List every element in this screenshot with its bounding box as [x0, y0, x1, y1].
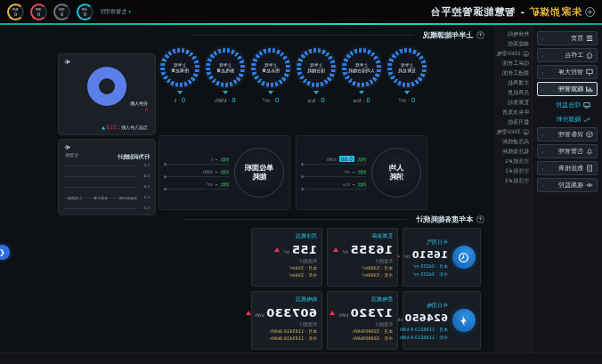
monitor-icon [586, 69, 593, 76]
plus-icon: + [476, 215, 484, 223]
bell-icon [586, 148, 593, 155]
tree-item[interactable]: 提升系统 [496, 117, 529, 127]
tree-item[interactable]: 主通风机 [496, 78, 529, 88]
stat-cards-grid: 今日用气 16510m³ 本月 : 34255 m³ 今年 : 34255 m³… [251, 228, 481, 350]
stat-card-generation[interactable]: 发电概况 17320kWh 年度统计 本月 : 329800kWh 今年 : 3… [327, 291, 398, 350]
tree-item[interactable]: 空压机#2 [496, 166, 529, 176]
metric-row: 同比-t [165, 156, 229, 165]
screen-icon [583, 101, 590, 109]
chevron-down-icon [268, 91, 273, 94]
bolt-icon [452, 309, 476, 332]
ring-gauge-ring: 上半年用煤总量 [160, 48, 199, 87]
alarm-gauge-label: 报警 [36, 7, 42, 12]
clock-icon [452, 246, 476, 269]
card-year-row: 今年 : 5389m³ [332, 272, 393, 278]
sidebar-item-energy-active[interactable]: 能源管理› [537, 82, 598, 96]
alarm-gauge-label: 消警 [82, 7, 88, 12]
alarm-gauge-value: 0 [37, 12, 40, 17]
alarm-gauge-warning[interactable]: 预警 0 [7, 4, 24, 20]
sidebar-item-alarms[interactable]: 告警管理› [537, 144, 598, 158]
speaker-icon[interactable] [63, 58, 71, 68]
x-axis-labels: 未戴安全帽 未穿工装 人员离岗 [68, 196, 137, 200]
tree-item[interactable]: 掘进工作面 [496, 69, 529, 78]
plus-icon: + [476, 31, 484, 39]
ring-gauge[interactable]: 上半年综合能耗 0 · tce [296, 48, 337, 104]
tree-item[interactable]: 瓦斯泵站 [496, 98, 529, 108]
sidebar-subitem-monitoring[interactable]: 综合监控 [537, 99, 590, 110]
ring-gauge[interactable]: 上半年人均综合能耗 0 · tce [341, 48, 382, 104]
chevron-down-icon [359, 91, 364, 94]
mirrored-stage: + 朱家峁煤矿 - 智慧能源管控平台 • 告警管理区 消警 0 故障 0 报警 … [0, 0, 602, 364]
ring-gauge-ring: 上半年瓦斯总耗 [387, 48, 427, 87]
up-arrow-icon [274, 247, 280, 252]
ring-gauge-ring: 上半年综合能耗 [297, 48, 336, 87]
stat-card-purchased-power[interactable]: 购电概况 607330kWh 年度统计 本月 : 1185418.9kWh 今年… [251, 291, 322, 350]
chevron-down-icon [177, 91, 183, 94]
tree-item[interactable]: 压风机房 [496, 88, 529, 98]
card-header: 今日用气 [408, 239, 448, 247]
ring-gauge[interactable]: 上半年瓦斯总耗 0 · m³ [386, 48, 427, 104]
ring-gauge[interactable]: 上半年购电总量 0 · kWh [205, 48, 246, 104]
right-panel-column: 在井人数 0 当前入井人数 : 213 ▲ 行为识别统计 告警数 1.0 [58, 53, 156, 215]
menu-icon [586, 35, 593, 42]
plus-icon[interactable]: + [585, 7, 595, 17]
stat-card-electricity-today[interactable]: 今日用电 624650kWh 本月 : 1188213.9 kWh 今年 : 1… [403, 291, 481, 350]
tree-item[interactable]: 空压机#3 [496, 176, 529, 186]
wave-icon [583, 116, 590, 123]
sidebar-subitem-analysis[interactable]: 能源分析 [537, 113, 590, 125]
up-arrow-icon [329, 311, 335, 315]
tree-item[interactable]: 中央水泵房 [496, 108, 529, 117]
tree-item[interactable]: 综采工作面 [496, 59, 529, 69]
up-arrow-icon [246, 311, 251, 315]
alarm-gauge-value: 0 [84, 12, 86, 17]
ring-gauge-ring: 上半年人均综合能耗 [342, 48, 381, 87]
eye-icon [586, 182, 593, 189]
personnel-donut-chart [87, 67, 126, 106]
sidebar-item-bigscreen[interactable]: 管控大屏› [537, 65, 598, 79]
chevron-down-icon [223, 91, 228, 94]
per-capita-panel: 人均消耗 同比0.00kWh 同比-m³ 同比-tce [296, 135, 427, 210]
chart-icon [586, 85, 593, 93]
tree-item[interactable]: 低压馈线柜 [496, 147, 529, 157]
metric-row: 同比-m³ [302, 168, 366, 177]
card-year-row: 今年 : 329800kWh [332, 336, 393, 341]
stat-card-gas-extraction[interactable]: 瓦斯抽采 16355m³ 年度统计 本月 : 5389m³ 今年 : 5389m… [327, 228, 398, 287]
chevron-down-icon [313, 91, 319, 94]
divider [184, 219, 407, 220]
doc-icon [586, 165, 593, 172]
alarm-gauge-cleared[interactable]: 消警 0 [77, 4, 94, 20]
stat-card-water[interactable]: 用水概况 155m³ 年度统计 本月 : 334m³ 今年 : 334m³ [251, 228, 322, 287]
expand-icon[interactable]: + [523, 129, 529, 135]
expand-icon[interactable]: + [523, 51, 529, 57]
alarm-gauge-fault[interactable]: 故障 0 [53, 4, 70, 20]
stat-card-gas-today[interactable]: 今日用气 16510m³ 本月 : 34255 m³ 今年 : 34255 m³ [403, 228, 481, 287]
behavior-bar-chart: 1.0 0.8 0.6 0.4 0.2 未戴安全帽 未穿工装 人员离岗 [64, 161, 150, 202]
alarm-gauge-alarm[interactable]: 报警 0 [30, 4, 47, 20]
tree-item[interactable]: 高压进线柜 [496, 137, 529, 147]
tree-item[interactable]: +10kV变电所 [496, 49, 529, 59]
ring-gauge[interactable]: 上半年用水总量 0 · m³ [250, 48, 291, 104]
sidebar-item-video[interactable]: 视频监控› [537, 178, 598, 192]
sidebar-item-home[interactable]: 首页› [537, 31, 598, 45]
up-arrow-icon [333, 247, 338, 252]
tree-item[interactable]: 空压机#1 [496, 157, 529, 166]
sidebar-item-label: 工作台 [565, 51, 583, 60]
ring-gauge-ring: 上半年用水总量 [251, 48, 290, 87]
sidebar-item-reports[interactable]: 数据报表› [537, 161, 598, 175]
tree-item[interactable]: 储能系统 [496, 39, 529, 49]
dashboard-screenshot: + 朱家峁煤矿 - 智慧能源管控平台 • 告警管理区 消警 0 故障 0 报警 … [0, 0, 602, 364]
card-sublabel: 年度统计 [332, 321, 393, 327]
sidebar-item-devices[interactable]: 设备管理› [537, 127, 598, 142]
card-sublabel: 年度统计 [332, 258, 393, 263]
card-header: 瓦斯抽采 [332, 232, 393, 240]
ring-gauge[interactable]: 上半年用煤总量 0 · t [159, 48, 200, 104]
alarm-area-label: • 告警管理区 [100, 8, 131, 16]
alarm-gauge-value: 0 [14, 12, 17, 17]
ring-gauge-ring: 上半年购电总量 [206, 48, 245, 87]
sidebar-item-workbench[interactable]: 工作台› [537, 48, 598, 62]
divider [191, 35, 414, 36]
section-title-yearly-stats: + 本年度各能耗统计 [184, 214, 484, 224]
card-sublabel: 年度统计 [256, 321, 317, 327]
tree-item[interactable]: 光伏电站 [496, 29, 529, 39]
tree-item[interactable]: +35kV变电所 [496, 127, 529, 137]
